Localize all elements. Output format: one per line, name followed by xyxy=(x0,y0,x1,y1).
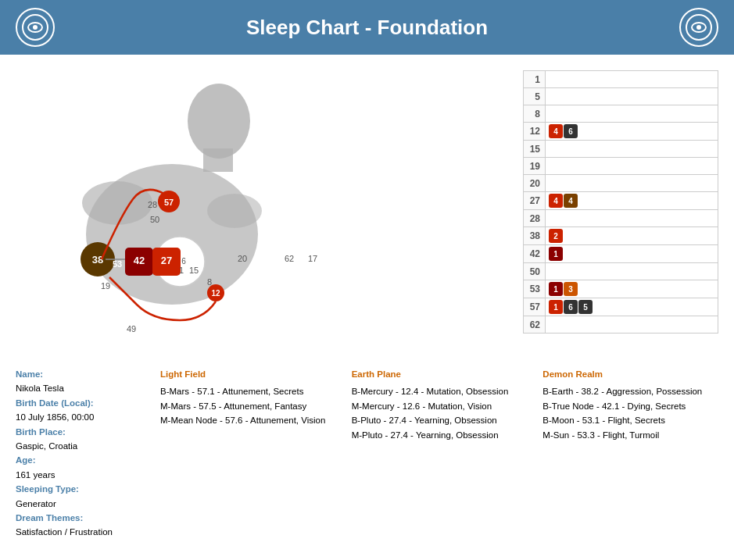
earth-plane-title: Earth Plane xyxy=(352,367,528,381)
table-row: 1246 xyxy=(524,123,718,141)
gate-badge: 1 xyxy=(549,282,563,296)
age-value: 161 years xyxy=(16,470,55,480)
row-number: 1 xyxy=(524,71,546,88)
logo-right xyxy=(679,8,718,47)
birth-place-value: Gaspic, Croatia xyxy=(16,441,77,451)
info-panel: Name: Nikola Tesla Birth Date (Local): 1… xyxy=(0,359,734,548)
svg-point-1 xyxy=(33,25,38,30)
gate-badge: 4 xyxy=(549,194,563,208)
table-row: 50 xyxy=(524,263,718,280)
dream-themes-label: Dream Themes: xyxy=(16,513,83,523)
svg-text:50: 50 xyxy=(150,215,159,224)
table-row: 1 xyxy=(524,71,718,88)
light-field-items: B-Mars - 57.1 - Attunement, SecretsM-Mar… xyxy=(160,384,336,427)
gate-badge: 1 xyxy=(549,247,563,261)
chart-table: 15812461519202744283824215053135716562 xyxy=(523,70,718,334)
name-label: Name: xyxy=(16,369,43,379)
row-content: 2 xyxy=(546,227,718,245)
row-number: 20 xyxy=(524,175,546,192)
bottom-logo-area: Genetic Matrix™ Know Who You Are™ xyxy=(0,548,734,560)
row-content xyxy=(546,141,718,158)
earth-plane-section: Earth Plane B-Mercury - 12.4 - Mutation,… xyxy=(352,367,528,540)
chart-table-area: 15812461519202744283824215053135716562 xyxy=(523,62,718,351)
list-item: B-Moon - 53.1 - Flight, Secrets xyxy=(542,413,718,427)
page-title: Sleep Chart - Foundation xyxy=(246,16,488,40)
row-content: 44 xyxy=(546,192,718,210)
svg-text:12: 12 xyxy=(211,289,220,298)
row-content xyxy=(546,88,718,105)
sleeping-type-value: Generator xyxy=(16,499,56,508)
row-number: 53 xyxy=(524,280,546,298)
table-row: 2744 xyxy=(524,192,718,210)
row-content xyxy=(546,263,718,280)
dream-themes-value: Satisfaction / Frustration xyxy=(16,527,113,537)
gate-badge: 4 xyxy=(549,124,563,138)
gate-badge: 6 xyxy=(564,300,578,314)
row-content xyxy=(546,71,718,88)
row-content xyxy=(546,175,718,192)
table-row: 5313 xyxy=(524,280,718,298)
header: Sleep Chart - Foundation xyxy=(0,0,734,55)
table-row: 421 xyxy=(524,245,718,263)
svg-text:1: 1 xyxy=(179,266,184,275)
row-content xyxy=(546,105,718,123)
svg-text:17: 17 xyxy=(308,254,317,263)
birth-place-label: Birth Place: xyxy=(16,427,66,437)
earth-plane-items: B-Mercury - 12.4 - Mutation, ObsessionM-… xyxy=(352,384,528,442)
svg-text:42: 42 xyxy=(134,255,145,266)
table-row: 382 xyxy=(524,227,718,245)
main-content: 38 53 42 27 6 28 57 50 19 15 1 xyxy=(0,55,734,359)
row-number: 62 xyxy=(524,316,546,334)
light-field-section: Light Field B-Mars - 57.1 - Attunement, … xyxy=(160,367,336,540)
list-item: M-Pluto - 27.4 - Yearning, Obsession xyxy=(352,428,528,442)
table-row: 15 xyxy=(524,141,718,158)
row-number: 8 xyxy=(524,105,546,123)
row-content: 13 xyxy=(546,280,718,298)
svg-text:27: 27 xyxy=(161,255,172,266)
svg-point-4 xyxy=(188,84,250,159)
list-item: B-Pluto - 27.4 - Yearning, Obsession xyxy=(352,413,528,427)
table-row: 8 xyxy=(524,105,718,123)
svg-text:28: 28 xyxy=(148,200,157,209)
birth-date-value: 10 July 1856, 00:00 xyxy=(16,412,94,422)
row-number: 5 xyxy=(524,88,546,105)
row-number: 57 xyxy=(524,298,546,316)
row-number: 15 xyxy=(524,141,546,158)
row-content: 165 xyxy=(546,298,718,316)
age-label: Age: xyxy=(16,455,36,465)
svg-text:62: 62 xyxy=(285,254,294,263)
table-row: 19 xyxy=(524,158,718,175)
demon-realm-title: Demon Realm xyxy=(542,367,718,381)
name-value: Nikola Tesla xyxy=(16,383,64,393)
row-content: 46 xyxy=(546,123,718,141)
gate-badge: 6 xyxy=(564,124,578,138)
light-field-title: Light Field xyxy=(160,367,336,381)
row-number: 19 xyxy=(524,158,546,175)
table-row: 28 xyxy=(524,210,718,227)
list-item: M-Mean Node - 57.6 - Attunement, Vision xyxy=(160,413,336,427)
svg-text:15: 15 xyxy=(189,266,199,275)
svg-text:20: 20 xyxy=(238,254,247,263)
gate-badge: 4 xyxy=(564,194,578,208)
list-item: M-Mars - 57.5 - Attunement, Fantasy xyxy=(160,399,336,413)
svg-text:57: 57 xyxy=(164,198,174,207)
logo-inner-right xyxy=(686,14,712,41)
table-row: 62 xyxy=(524,316,718,334)
table-row: 20 xyxy=(524,175,718,192)
row-number: 50 xyxy=(524,263,546,280)
svg-text:49: 49 xyxy=(127,324,136,334)
row-number: 27 xyxy=(524,192,546,210)
gate-badge: 2 xyxy=(549,229,563,243)
gate-badge: 5 xyxy=(578,300,593,314)
row-content xyxy=(546,158,718,175)
svg-text:53: 53 xyxy=(113,259,122,269)
body-svg: 38 53 42 27 6 28 57 50 19 15 1 xyxy=(16,62,344,344)
svg-text:38: 38 xyxy=(92,254,103,266)
list-item: M-Mercury - 12.6 - Mutation, Vision xyxy=(352,399,528,413)
svg-point-8 xyxy=(207,194,262,228)
row-number: 12 xyxy=(524,123,546,141)
row-content xyxy=(546,316,718,334)
body-diagram: 38 53 42 27 6 28 57 50 19 15 1 xyxy=(16,62,507,351)
svg-point-3 xyxy=(696,25,701,30)
list-item: B-Mercury - 12.4 - Mutation, Obsession xyxy=(352,384,528,398)
